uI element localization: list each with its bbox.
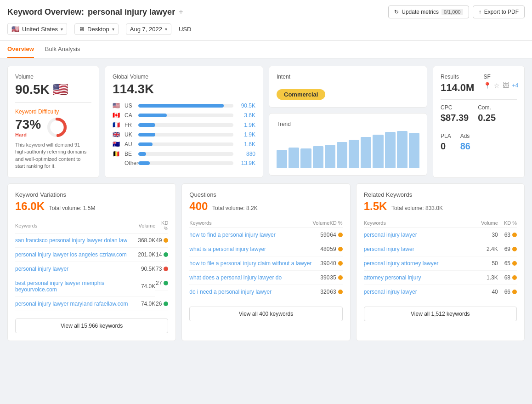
device-icon: 🖥 [79,26,85,33]
country-value: 1.6K [236,141,255,148]
table-row: personal injury lawyer 90.5K 73 [15,262,168,276]
related-keywords-card: Related Keywords 1.5K Total volume: 833.… [356,183,525,341]
trend-bar [313,146,323,168]
country-code: UK [125,131,136,138]
q-view-all-button[interactable]: View all 400 keywords [189,307,342,321]
country-row: 🇦🇺 AU 1.6K [113,141,255,148]
results-col: Results 114.0M [441,74,474,94]
country-flag: 🇨🇦 [113,112,122,119]
kd-cell: 49 [155,233,168,248]
update-metrics-button[interactable]: ↻ Update metrics 0/1,000 [388,6,469,18]
keyword-link[interactable]: personal injury lawyer los angeles czrla… [15,251,127,258]
q-col-kd: KD % [329,218,342,228]
keyword-link[interactable]: personal injury attorney lawyer [364,260,439,267]
country-value: 880 [236,151,255,157]
tab-overview[interactable]: Overview [7,41,34,58]
kd-level: Hard [15,132,41,137]
keyword-link[interactable]: do i need a personal injury lawyer [189,289,272,295]
kd-dot [512,290,517,294]
keyword-link[interactable]: personal injruy lawyer [364,289,417,295]
header-filters: 🇺🇸 United States ▾ 🖥 Desktop ▾ Aug 7, 20… [7,23,525,35]
add-icon[interactable]: + [179,8,183,16]
date-filter[interactable]: Aug 7, 2022 ▾ [126,23,171,35]
country-flag: 🇬🇧 [113,131,122,138]
table-row: personal injruy lawyer 40 66 [364,285,517,299]
kd-row: 73% Hard [15,117,91,138]
bar-container [138,161,233,165]
cpc-value: $87.39 [441,113,469,123]
intent-label: Intent [277,74,419,80]
volume-cell: 30 [473,228,498,242]
rk-col-volume: Volume [473,218,498,228]
keyword-link[interactable]: attorney personal injury [364,274,421,281]
kd-dot [512,233,517,237]
keyword-link[interactable]: personal injury lawer [364,246,414,252]
image-icon: 🖼 [503,82,509,89]
page-title: Keyword Overview: personal injury lawyer… [7,7,183,17]
bar-container [138,133,233,137]
location-icon: 📍 [483,82,491,89]
country-filter[interactable]: 🇺🇸 United States ▾ [7,23,67,35]
country-code: BE [125,151,136,157]
rk-view-all-button[interactable]: View all 1,512 keywords [364,307,517,321]
trend-chart [277,131,419,168]
bar-fill [138,123,155,127]
table-row: personal injury attorney lawyer 50 65 [364,256,517,271]
volume-value: 90.5K 🇺🇸 [15,82,91,97]
table-row: what is a personal injury lawyer 480 59 [189,242,342,256]
results-value: 114.0M [441,82,474,94]
kv-col-keywords: Keywords [15,218,138,233]
star-icon: ☆ [494,82,500,89]
trend-bar [289,148,299,168]
table-row: how to find a personal injury lawyer 590… [189,228,342,242]
bar-container [138,123,233,127]
kd-dot [338,290,343,294]
trend-bar [361,137,371,168]
keyword-link[interactable]: best personal injury lawyer memphis beyo… [15,280,104,293]
keyword-link[interactable]: what does a personal injury lawyer do [189,274,282,281]
kd-dot [164,238,168,243]
country-row: Other 13.9K [113,160,255,166]
country-value: 1.9K [236,122,255,128]
main-content: Volume 90.5K 🇺🇸 Keyword Difficulty 73% H… [0,58,532,348]
keyword-link[interactable]: how to find a personal injury lawyer [189,232,275,238]
kd-dot [164,252,168,257]
keyword-link[interactable]: personal injury lawyer [364,232,417,238]
export-label: Export to PDF [484,9,519,15]
currency-label: USD [179,26,191,33]
volume-cell: 201.0K [138,248,155,262]
kv-view-all-button[interactable]: View all 15,966 keywords [15,319,168,333]
country-value: 13.9K [236,160,255,166]
q-col-keywords: Keywords [189,218,312,228]
country-value: 90.5K [236,102,255,109]
volume-cell: 590 [312,228,329,242]
device-filter[interactable]: 🖥 Desktop ▾ [74,23,119,35]
volume-cell: 74.0K [138,276,155,297]
results-row: Results 114.0M SF 📍 ☆ 🖼 +4 [441,74,517,94]
com-col: Com. 0.25 [478,104,496,123]
kd-dot [512,275,517,280]
kd-cell: 68 [498,271,517,285]
keyword-link[interactable]: san francisco personal injury lawyer dol… [15,237,127,244]
tab-bulk-analysis[interactable]: Bulk Analysis [45,41,80,58]
bar-fill [138,104,224,108]
trend-bar [409,133,419,168]
global-volume-value: 114.3K [113,82,255,97]
refresh-icon: ↻ [394,9,399,15]
top-row: Volume 90.5K 🇺🇸 Keyword Difficulty 73% H… [7,66,525,178]
export-pdf-button[interactable]: ↑ Export to PDF [473,6,525,18]
keyword-link[interactable]: personal injury lawyer maryland rafaella… [15,301,128,307]
trend-bar [325,145,335,168]
volume-cell: 1.3K [473,271,498,285]
keyword-link[interactable]: what is a personal injury lawyer [189,246,266,252]
volume-cell: 480 [312,242,329,256]
bar-container [138,104,233,108]
trend-bar [277,150,287,168]
bottom-row: Keyword Variations 16.0K Total volume: 1… [7,183,525,341]
trend-label: Trend [277,121,419,127]
tabs-bar: Overview Bulk Analysis [0,41,532,58]
keyword-link[interactable]: how to file a personal injury claim with… [189,260,311,267]
keyword-link[interactable]: personal injury lawyer [15,266,68,272]
country-row: 🇺🇸 US 90.5K [113,102,255,109]
volume-cell: 320 [312,285,329,299]
